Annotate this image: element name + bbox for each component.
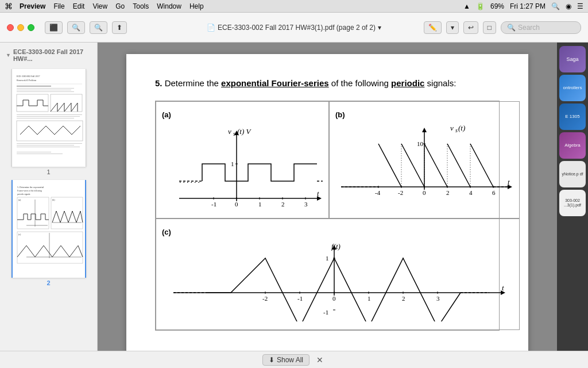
- problem-end: signals:: [427, 78, 457, 88]
- siri-icon[interactable]: ◉: [566, 2, 571, 10]
- svg-text:(t): (t): [458, 124, 465, 132]
- dock-app-algebra[interactable]: Algebra: [559, 132, 586, 159]
- svg-text:-2: -2: [398, 189, 403, 196]
- menu-window[interactable]: Window: [157, 2, 181, 10]
- svg-text:-1: -1: [323, 309, 328, 316]
- sidebar-icon: ⬛: [49, 24, 58, 32]
- svg-line-85: [470, 144, 493, 187]
- svg-line-83: [447, 144, 470, 187]
- maximize-window-button[interactable]: [28, 24, 34, 31]
- dock-app-controllers[interactable]: ontrollers: [559, 75, 586, 101]
- page-1-number: 1: [11, 168, 86, 175]
- search-box[interactable]: 🔍 Search: [501, 21, 581, 34]
- problem-number: 5.: [155, 78, 163, 88]
- battery-icon: 🔋: [476, 2, 485, 10]
- menu-file[interactable]: File: [53, 2, 64, 10]
- menu-extras[interactable]: ☰: [577, 2, 583, 10]
- svg-text:f(t): f(t): [331, 242, 341, 251]
- svg-rect-17: [17, 152, 51, 152]
- svg-text:5. Determine the exponential: 5. Determine the exponential: [17, 186, 44, 189]
- svg-text:1: 1: [258, 201, 262, 208]
- minimize-window-button[interactable]: [17, 24, 24, 31]
- markup-button[interactable]: ✏️: [424, 21, 442, 34]
- menu-tools[interactable]: Tools: [133, 2, 149, 10]
- svg-rect-4: [17, 86, 51, 87]
- wifi-icon: ▲: [463, 2, 470, 10]
- svg-text:t: t: [317, 189, 319, 198]
- svg-marker-58: [422, 128, 427, 132]
- svg-text:1: 1: [368, 295, 371, 302]
- svg-text:0: 0: [235, 201, 238, 208]
- menu-edit[interactable]: Edit: [73, 2, 85, 10]
- menu-view[interactable]: View: [92, 2, 107, 10]
- close-window-button[interactable]: [7, 24, 14, 31]
- svg-rect-12: [17, 118, 74, 118]
- menu-preview[interactable]: Preview: [20, 2, 45, 10]
- page-2-thumbnail[interactable]: 5. Determine the exponential Fourier-ser…: [11, 180, 86, 286]
- problem-keyword1: exponential Fourier-series: [221, 78, 329, 88]
- document-icon: 📄: [207, 24, 215, 32]
- graph-a: (a) v s (t) V t: [156, 101, 329, 218]
- rotate-button[interactable]: ↩: [463, 21, 478, 34]
- svg-text:(t) V: (t) V: [237, 127, 252, 136]
- svg-text:periodic signals:: periodic signals:: [17, 193, 30, 195]
- svg-rect-15: [17, 145, 74, 145]
- problem-keyword2: periodic: [391, 78, 424, 88]
- graph-a-label: (a): [162, 110, 323, 119]
- sidebar-toggle-button[interactable]: ⬛: [45, 21, 63, 34]
- collapse-icon[interactable]: ▼: [6, 52, 11, 58]
- svg-text:Homework #3 Problems: Homework #3 Problems: [17, 79, 37, 82]
- graph-c-svg: f(t) t -2 -1 0 1 2: [162, 241, 506, 321]
- dock-app-1305[interactable]: E 1305: [559, 103, 586, 130]
- svg-rect-10: [17, 114, 82, 115]
- svg-text:3: 3: [436, 295, 440, 302]
- page-2-number: 2: [11, 279, 86, 286]
- dock-app-notice[interactable]: yNotice.p df: [559, 161, 586, 187]
- menu-help[interactable]: Help: [189, 2, 204, 10]
- show-all-button[interactable]: ⬇ Show All: [262, 354, 310, 366]
- problem-mid: of the following: [331, 78, 391, 88]
- svg-rect-11: [17, 116, 80, 117]
- pdf-page: 5. Determine the exponential Fourier-ser…: [126, 54, 528, 351]
- toolbar: ⬛ 🔍 🔍 ⬆ 📄 ECE-3303-002 Fall 2017 HW#3(1)…: [0, 13, 588, 43]
- svg-rect-5: [17, 88, 74, 89]
- svg-text:2: 2: [281, 201, 285, 208]
- svg-text:2: 2: [402, 295, 405, 302]
- clock: Fri 1:27 PM: [510, 2, 546, 10]
- zoom-out-button[interactable]: 🔍: [67, 21, 85, 34]
- toolbar-right: ✏️ ▾ ↩ □ 🔍 Search: [424, 21, 581, 34]
- share-pdf-button[interactable]: □: [483, 21, 496, 34]
- problem-statement: 5. Determine the exponential Fourier-ser…: [155, 77, 500, 90]
- svg-text:3: 3: [304, 201, 308, 208]
- svg-text:0: 0: [423, 189, 426, 196]
- search-icon[interactable]: 🔍: [551, 2, 560, 10]
- menubar-right: ▲ 🔋 69% Fri 1:27 PM 🔍 ◉ ☰: [463, 2, 583, 10]
- share-icon: ⬆: [117, 24, 122, 32]
- problem-intro: Determine the: [165, 78, 221, 88]
- graph-b-label: (b): [335, 110, 513, 119]
- svg-text:1: 1: [326, 255, 329, 262]
- page-1-thumbnail[interactable]: ECE-3303-002 Fall 2017 Homework #3 Probl…: [11, 69, 86, 175]
- close-bottom-bar-button[interactable]: ✕: [314, 355, 326, 365]
- svg-text:s: s: [455, 127, 458, 133]
- svg-text:v: v: [228, 127, 231, 136]
- svg-text:0: 0: [332, 295, 336, 302]
- svg-text:10: 10: [417, 140, 424, 147]
- svg-text:-1: -1: [297, 295, 303, 302]
- apple-menu[interactable]: ⌘: [5, 2, 13, 11]
- zoom-in-button[interactable]: 🔍: [90, 21, 107, 34]
- svg-text:v: v: [450, 124, 454, 132]
- dropdown-button[interactable]: ▾: [446, 21, 459, 34]
- menu-go[interactable]: Go: [115, 2, 125, 10]
- dock-app-saga[interactable]: Saga: [559, 46, 586, 72]
- share-button[interactable]: ⬆: [112, 21, 127, 34]
- svg-line-79: [401, 144, 424, 187]
- dock-app-303[interactable]: 303-002 ...3(1).pdf: [559, 190, 586, 216]
- battery-level: 69%: [490, 2, 504, 10]
- svg-line-81: [424, 144, 447, 187]
- sidebar: ▼ ECE-3303-002 Fall 2017 HW#... ECE-3303…: [0, 43, 98, 351]
- svg-rect-14: [17, 143, 82, 144]
- dropdown-icon: ▾: [378, 24, 381, 32]
- search-icon-small: 🔍: [507, 24, 516, 32]
- graph-b: (b) v s (t) t: [329, 101, 520, 218]
